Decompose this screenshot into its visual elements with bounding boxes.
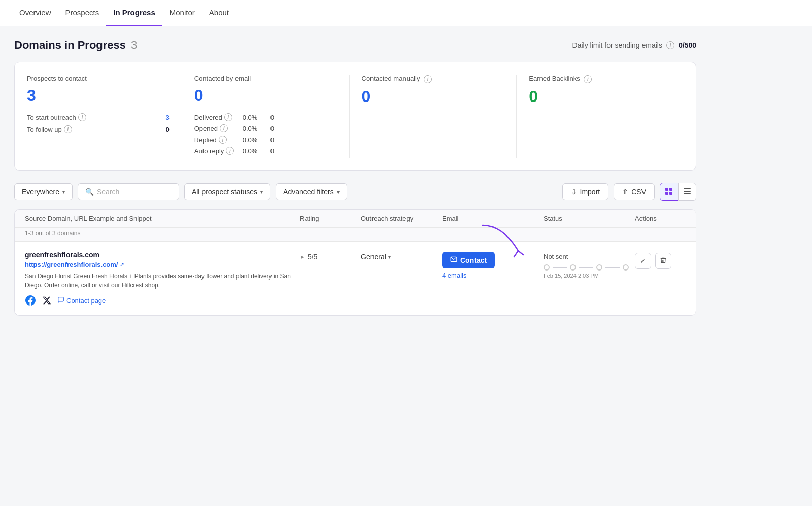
manual-info-icon[interactable]: i xyxy=(424,75,432,83)
auto-reply-pct: 0.0% xyxy=(243,147,270,155)
location-filter[interactable]: Everywhere ▾ xyxy=(14,183,73,200)
status-filter-label: All prospect statuses xyxy=(192,188,257,196)
outreach-dropdown[interactable]: General ▾ xyxy=(361,253,442,261)
nav-about[interactable]: About xyxy=(202,0,236,26)
replied-count: 0 xyxy=(270,136,274,144)
search-placeholder: Search xyxy=(97,188,119,196)
x-twitter-icon[interactable] xyxy=(41,295,52,306)
stat-prospects-value: 3 xyxy=(27,86,170,105)
status-filter-chevron-icon: ▾ xyxy=(260,189,263,195)
contact-page-link[interactable]: Contact page xyxy=(57,296,106,305)
grid-icon xyxy=(665,187,673,197)
trash-icon xyxy=(660,257,667,265)
table-row: greenfreshflorals.com https://greenfresh… xyxy=(15,242,696,315)
daily-limit-value: 0/500 xyxy=(679,41,696,49)
col-outreach: Outreach strategy xyxy=(361,215,442,222)
svg-rect-3 xyxy=(669,192,672,195)
csv-button[interactable]: ⇧ CSV xyxy=(614,183,655,200)
delivered-count: 0 xyxy=(270,114,274,121)
svg-rect-4 xyxy=(684,188,691,189)
daily-limit-info-icon[interactable]: i xyxy=(666,41,674,49)
grid-view-button[interactable] xyxy=(660,183,678,201)
svg-rect-0 xyxy=(665,188,668,191)
contact-button[interactable]: Contact xyxy=(442,252,495,268)
advanced-filters-label: Advanced filters xyxy=(283,188,334,196)
outreach-value: General xyxy=(361,253,386,261)
location-filter-label: Everywhere xyxy=(22,188,59,196)
status-filter[interactable]: All prospect statuses ▾ xyxy=(184,183,270,200)
status-date: Feb 15, 2024 2:03 PM xyxy=(544,273,635,279)
status-cell: Not sent Feb 15, 2024 2:03 PM xyxy=(544,251,635,279)
auto-reply-info-icon[interactable]: i xyxy=(226,147,234,155)
facebook-icon[interactable] xyxy=(25,295,36,306)
replied-info-icon[interactable]: i xyxy=(219,136,227,144)
delivered-label: Delivered i xyxy=(194,113,243,121)
page-title: Domains in Progress xyxy=(14,39,126,52)
import-button[interactable]: ⇩ Import xyxy=(562,183,609,200)
actions-cell: ✓ xyxy=(635,251,686,269)
daily-limit-section: Daily limit for sending emails i 0/500 xyxy=(572,41,696,49)
email-icon xyxy=(450,256,457,264)
progress-line-2 xyxy=(579,267,593,268)
chat-icon xyxy=(57,296,64,305)
top-navigation: Overview Prospects In Progress Monitor A… xyxy=(0,0,812,26)
svg-rect-1 xyxy=(669,188,672,191)
to-follow-value: 0 xyxy=(166,126,170,133)
col-actions: Actions xyxy=(635,215,686,222)
search-input[interactable]: 🔍 Search xyxy=(78,183,179,200)
nav-monitor[interactable]: Monitor xyxy=(162,0,202,26)
stats-card: Prospects to contact 3 To start outreach… xyxy=(14,62,696,171)
prospects-table: Source Domain, URL Example and Snippet R… xyxy=(14,209,696,316)
backlinks-info-icon[interactable]: i xyxy=(584,75,592,83)
stat-backlinks: Earned Backlinks i 0 xyxy=(517,75,684,158)
progress-line-3 xyxy=(605,267,620,268)
domain-url-link[interactable]: https://greenfreshflorals.com/ xyxy=(25,261,118,268)
emails-count[interactable]: 4 emails xyxy=(442,272,544,279)
opened-info-icon[interactable]: i xyxy=(220,124,228,132)
list-icon xyxy=(683,187,691,197)
nav-overview[interactable]: Overview xyxy=(12,0,58,26)
stat-email: Contacted by email 0 Delivered i 0.0% 0 … xyxy=(182,75,350,158)
to-start-label: To start outreach i xyxy=(27,113,86,121)
nav-prospects[interactable]: Prospects xyxy=(58,0,107,26)
page-title-count: 3 xyxy=(131,39,137,52)
to-start-info-icon[interactable]: i xyxy=(78,113,86,121)
delete-action-button[interactable] xyxy=(655,253,671,269)
nav-in-progress[interactable]: In Progress xyxy=(106,0,162,26)
to-follow-info-icon[interactable]: i xyxy=(64,125,72,133)
stat-email-label: Contacted by email xyxy=(194,75,337,82)
search-icon: 🔍 xyxy=(85,188,94,196)
delivered-pct: 0.0% xyxy=(243,114,270,121)
table-header: Source Domain, URL Example and Snippet R… xyxy=(15,210,696,228)
status-progress xyxy=(544,264,635,271)
advanced-filters[interactable]: Advanced filters ▾ xyxy=(276,183,347,200)
auto-reply-label: Auto reply i xyxy=(194,147,243,155)
list-view-button[interactable] xyxy=(678,183,696,201)
location-filter-chevron-icon: ▾ xyxy=(62,189,65,195)
progress-dot-4 xyxy=(623,264,629,271)
progress-line-1 xyxy=(553,267,567,268)
contact-page-label: Contact page xyxy=(66,297,106,305)
daily-limit-label: Daily limit for sending emails xyxy=(572,41,662,49)
delivered-info-icon[interactable]: i xyxy=(224,113,232,121)
stat-prospects: Prospects to contact 3 To start outreach… xyxy=(27,75,182,158)
check-icon: ✓ xyxy=(640,257,646,265)
stat-prospects-label: Prospects to contact xyxy=(27,75,170,82)
import-icon: ⇩ xyxy=(571,188,577,196)
to-start-value: 3 xyxy=(166,114,170,121)
progress-dot-1 xyxy=(544,264,550,271)
domain-social: Contact page xyxy=(25,295,300,306)
rating-expand-icon[interactable]: ► xyxy=(300,254,306,260)
check-action-button[interactable]: ✓ xyxy=(635,253,651,269)
to-follow-label: To follow up i xyxy=(27,125,72,133)
svg-rect-5 xyxy=(684,191,691,192)
col-status: Status xyxy=(544,215,635,222)
stat-email-value: 0 xyxy=(194,86,337,105)
opened-count: 0 xyxy=(270,125,274,132)
page-header: Domains in Progress 3 Daily limit for se… xyxy=(14,39,696,52)
outreach-chevron-icon: ▾ xyxy=(388,254,391,260)
opened-pct: 0.0% xyxy=(243,125,270,132)
opened-label: Opened i xyxy=(194,124,243,132)
stat-manual-value: 0 xyxy=(362,87,504,106)
view-toggle xyxy=(660,183,696,201)
